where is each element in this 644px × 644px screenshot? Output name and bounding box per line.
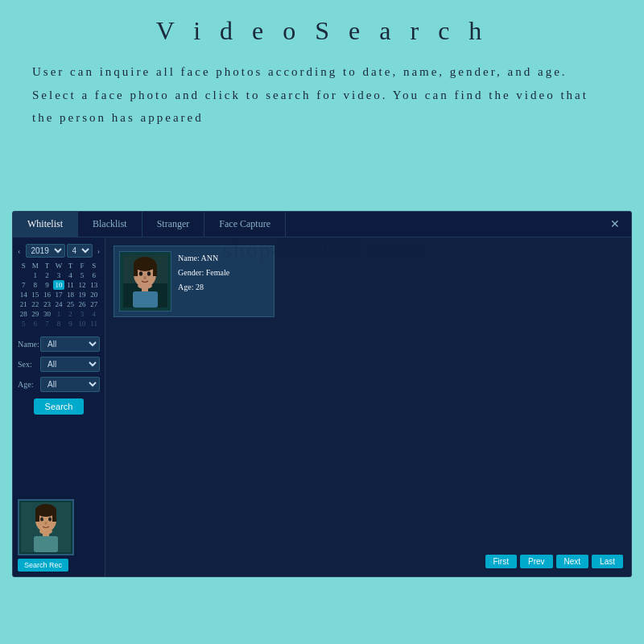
face-name: Name: ANN	[178, 251, 229, 266]
person-thumbnail	[18, 499, 74, 555]
cal-day[interactable]: 15	[30, 290, 42, 299]
svg-point-5	[40, 518, 43, 522]
left-panel: ‹ 2019 4 › S	[13, 237, 105, 576]
svg-point-7	[45, 522, 47, 525]
cal-day[interactable]: 4	[88, 309, 100, 319]
cal-day[interactable]: 9	[64, 319, 76, 328]
face-age-value: 28	[196, 283, 204, 291]
filter-sex-label: Sex:	[18, 360, 40, 369]
cal-day[interactable]: 8	[30, 280, 42, 290]
cal-day[interactable]: 25	[64, 299, 76, 309]
cal-day[interactable]: 10	[76, 319, 89, 328]
cal-day[interactable]: 29	[30, 309, 42, 319]
filter-sex-row: Sex: All	[18, 357, 100, 372]
face-gender-label: Gender:	[178, 268, 204, 277]
cal-day[interactable]: 22	[30, 299, 42, 309]
cal-day[interactable]: 1	[53, 309, 65, 319]
tab-bar: Whitelist Blacklist Stranger Face Captur…	[13, 212, 631, 237]
tab-whitelist[interactable]: Whitelist	[13, 212, 78, 237]
person-thumb-area: Search Rec	[13, 494, 105, 576]
filter-sex-select[interactable]: All	[40, 357, 100, 372]
cal-day[interactable]: 7	[18, 280, 30, 290]
cal-day[interactable]: 21	[18, 299, 30, 309]
cal-day[interactable]: 17	[53, 290, 65, 299]
cal-day[interactable]: 5	[18, 319, 30, 328]
app-window: Whitelist Blacklist Stranger Face Captur…	[12, 211, 632, 577]
top-section: V i d e o S e a r c h User can inquire a…	[0, 0, 644, 146]
cal-day[interactable]: 8	[53, 319, 65, 328]
cal-day[interactable]: 27	[88, 299, 100, 309]
cal-day[interactable]: 7	[41, 319, 53, 328]
cal-day[interactable]: 3	[53, 270, 65, 280]
cal-th-t: T	[41, 261, 53, 270]
main-content: ‹ 2019 4 › S	[13, 237, 631, 576]
tab-blacklist[interactable]: Blacklist	[78, 212, 142, 237]
calendar-grid: S M T W T F S 12345678910111213141516171…	[18, 261, 100, 328]
cal-day[interactable]: 16	[41, 290, 53, 299]
prev-page-button[interactable]: Prev	[520, 555, 553, 568]
cal-day[interactable]: 2	[41, 270, 53, 280]
svg-point-21	[138, 283, 152, 289]
face-result-image	[119, 251, 171, 312]
svg-point-10	[39, 528, 52, 535]
cal-day[interactable]: 6	[88, 270, 100, 280]
cal-day[interactable]: 4	[64, 270, 76, 280]
first-page-button[interactable]: First	[485, 555, 517, 568]
cal-day[interactable]: 19	[76, 290, 89, 299]
cal-th-s: S	[18, 261, 30, 270]
cal-next[interactable]: ›	[97, 246, 100, 255]
last-page-button[interactable]: Last	[592, 555, 623, 568]
cal-day[interactable]: 6	[30, 319, 42, 328]
cal-day[interactable]: 28	[18, 309, 30, 319]
filter-age-row: Age: All	[18, 377, 100, 392]
cal-day[interactable]: 30	[41, 309, 53, 319]
next-page-button[interactable]: Next	[556, 555, 589, 568]
cal-day[interactable]: 26	[76, 299, 89, 309]
search-button[interactable]: Search	[34, 398, 85, 415]
filter-age-select[interactable]: All	[40, 377, 100, 392]
pagination: First Prev Next Last	[485, 555, 623, 568]
tab-face-capture[interactable]: Face Capture	[204, 212, 286, 237]
tab-stranger[interactable]: Stranger	[142, 212, 205, 237]
cal-th-s2: S	[88, 261, 100, 270]
filter-name-select[interactable]: All	[40, 336, 100, 352]
cal-day[interactable]: 18	[64, 290, 76, 299]
cal-th-m: M	[30, 261, 42, 270]
face-age-label: Age:	[178, 283, 193, 291]
cal-year-select[interactable]: 2019	[26, 244, 65, 258]
svg-rect-22	[133, 291, 158, 308]
cal-day[interactable]: 9	[41, 280, 53, 290]
page-description: User can inquire all face photos accordi…	[32, 60, 612, 130]
cal-prev[interactable]: ‹	[18, 246, 20, 255]
cal-day[interactable]: 2	[64, 309, 76, 319]
cal-day[interactable]: 14	[18, 290, 30, 299]
close-button[interactable]: ✕	[605, 214, 625, 234]
cal-day[interactable]: 20	[88, 290, 100, 299]
svg-rect-3	[35, 510, 39, 522]
face-result-card[interactable]: Name: ANN Gender: Female Age: 28	[114, 246, 275, 317]
cal-day	[18, 270, 30, 280]
svg-point-19	[143, 276, 147, 279]
calendar-header: ‹ 2019 4 ›	[18, 244, 100, 258]
result-face-svg	[123, 255, 167, 308]
cal-day[interactable]: 12	[76, 280, 89, 290]
cal-month-select[interactable]: 4	[67, 244, 93, 258]
cal-day[interactable]: 11	[88, 319, 100, 328]
svg-rect-9	[34, 536, 58, 552]
calendar: ‹ 2019 4 › S	[18, 244, 100, 328]
cal-day[interactable]: 1	[30, 270, 42, 280]
face-gender: Gender: Female	[178, 266, 229, 280]
cal-year-month: 2019 4	[26, 244, 93, 258]
filter-age-label: Age:	[18, 380, 40, 389]
search-rec-button[interactable]: Search Rec	[18, 559, 68, 572]
person-face-svg	[21, 502, 71, 552]
cal-day[interactable]: 3	[76, 309, 89, 319]
cal-day[interactable]: 11	[64, 280, 76, 290]
cal-day[interactable]: 5	[76, 270, 89, 280]
right-panel: Name: ANN Gender: Female Age: 28 First	[105, 237, 631, 576]
cal-day[interactable]: 23	[41, 299, 53, 309]
cal-day[interactable]: 13	[88, 280, 100, 290]
face-age: Age: 28	[178, 280, 229, 295]
cal-day[interactable]: 24	[53, 299, 65, 309]
cal-day[interactable]: 10	[53, 280, 65, 290]
